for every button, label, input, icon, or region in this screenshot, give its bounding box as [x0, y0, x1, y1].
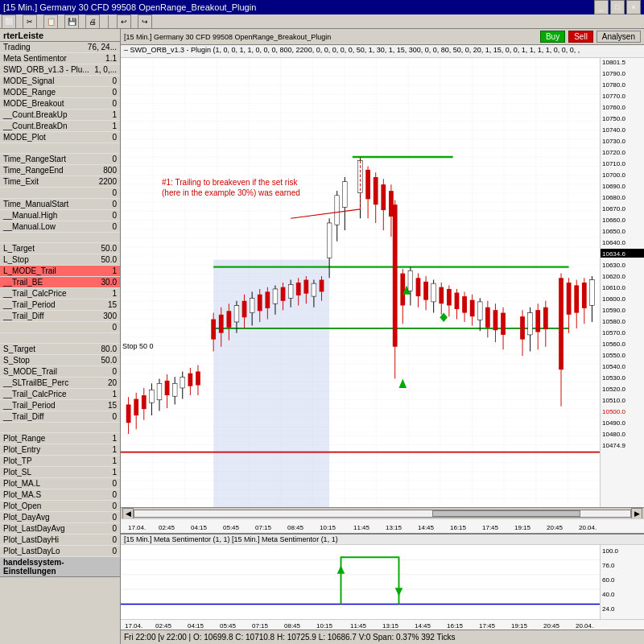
svg-rect-103 — [501, 313, 506, 335]
svg-rect-19 — [172, 383, 177, 396]
svg-rect-73 — [393, 204, 398, 347]
price-axis: 10801.5 10790.0 10780.0 10770.0 10760.0 … — [600, 58, 644, 507]
svg-text:16:15: 16:15 — [447, 622, 464, 630]
maximize-btn[interactable]: □ — [610, 0, 625, 14]
panel-row: Time_ManualStart0 — [0, 199, 120, 210]
svg-rect-57 — [327, 223, 332, 258]
svg-rect-101 — [493, 310, 498, 330]
svg-rect-39 — [258, 295, 262, 311]
sub-chart-header: [15 Min.] Meta Sentimentor (1, 1) [15 Mi… — [121, 535, 644, 545]
svg-rect-111 — [543, 308, 548, 329]
svg-text:10740.0: 10740.0 — [602, 126, 625, 134]
panel-row: 0 — [0, 188, 120, 199]
svg-rect-0 — [121, 58, 600, 507]
svg-text:17:45: 17:45 — [482, 524, 499, 531]
svg-text:10630.0: 10630.0 — [602, 262, 625, 269]
svg-rect-80 — [416, 278, 421, 296]
svg-text:10680.0: 10680.0 — [602, 194, 625, 201]
svg-text:10540.0: 10540.0 — [602, 363, 625, 370]
svg-rect-1 — [213, 260, 329, 507]
svg-rect-29 — [219, 315, 224, 333]
scrollbar-track[interactable] — [134, 510, 631, 518]
panel-row: __Count.BreakDn1 — [0, 121, 120, 132]
svg-text:40.0: 40.0 — [602, 591, 615, 598]
svg-rect-15 — [157, 383, 162, 399]
plugin-bar-text: – SWD_ORB_v1.3 - Plugin (1, 0, 0, 1, 1, … — [124, 46, 580, 54]
svg-text:10801.5: 10801.5 — [602, 59, 625, 66]
panel-row: __Trail_Period15 — [0, 299, 120, 311]
toolbar-icon-6[interactable]: ↩ — [117, 14, 131, 29]
svg-text:10500.0: 10500.0 — [602, 408, 625, 415]
svg-rect-78 — [408, 270, 413, 291]
menu-bar: ⬜ ✂ 📋 💾 🖨 ↩ ↪ — [0, 14, 644, 29]
svg-rect-91 — [455, 293, 460, 309]
price-axis-svg: 10801.5 10790.0 10780.0 10770.0 10760.0 … — [601, 58, 644, 452]
svg-rect-9 — [134, 399, 138, 415]
panel-row: Time_RangeStart0 — [0, 154, 120, 165]
toolbar-icon-2[interactable]: ✂ — [23, 14, 37, 29]
svg-rect-7 — [126, 404, 131, 423]
toolbar-icon-3[interactable]: 📋 — [43, 14, 58, 29]
svg-text:10474.9: 10474.9 — [602, 442, 625, 449]
panel-row: Plot_MA.L0 — [0, 478, 120, 489]
svg-rect-119 — [582, 283, 587, 308]
left-panel-content[interactable]: Trading76, 24...Meta Sentimentor1.1SWD_O… — [0, 42, 120, 644]
toolbar-icon-1[interactable]: ⬜ — [2, 14, 16, 29]
svg-rect-176 — [121, 545, 600, 619]
svg-text:10600.0: 10600.0 — [602, 295, 625, 303]
panel-row: Plot_LastDayAvg0 — [0, 523, 120, 535]
svg-text:100.0: 100.0 — [602, 547, 619, 555]
svg-text:10650.0: 10650.0 — [602, 228, 625, 235]
svg-text:20.04.: 20.04. — [579, 524, 597, 531]
svg-text:16:15: 16:15 — [450, 524, 467, 531]
svg-rect-69 — [381, 184, 386, 210]
chart-canvas[interactable]: #1: Trailing to breakeven if the set ris… — [121, 58, 600, 507]
toolbar-icon-4[interactable]: 💾 — [64, 14, 79, 29]
panel-row — [0, 143, 120, 154]
panel-row: __Trail_Diff0 — [0, 411, 120, 423]
panel-row: __Trail_Period15 — [0, 400, 120, 411]
svg-rect-75 — [400, 274, 405, 306]
svg-text:10550.0: 10550.0 — [602, 352, 625, 359]
sub-chart-title: [15 Min.] Meta Sentimentor (1, 1) — [124, 535, 230, 543]
svg-text:10690.0: 10690.0 — [602, 183, 625, 190]
panel-row: Meta Sentimentor1.1 — [0, 53, 120, 64]
toolbar-icon-7[interactable]: ↪ — [138, 14, 152, 29]
svg-rect-113 — [559, 278, 564, 369]
panel-row: Plot_SL1 — [0, 467, 120, 478]
panel-row: __Trail_CalcPrice1 — [0, 389, 120, 400]
sell-button[interactable]: Sell — [568, 31, 593, 43]
stop-label: Stop 50 0 — [122, 342, 154, 350]
panel-row: MODE_Plot0 — [0, 132, 120, 143]
scrollbar-thumb[interactable] — [432, 510, 581, 517]
svg-text:13:15: 13:15 — [386, 524, 402, 531]
sub-chart-container: [15 Min.] Meta Sentimentor (1, 1) [15 Mi… — [121, 533, 644, 630]
panel-section-header: handelssystem-Einstellungen — [0, 557, 120, 577]
minimize-btn[interactable]: _ — [594, 0, 609, 14]
sub-chart-axis-svg: 100.0 76.0 60.0 40.0 24.0 — [601, 545, 644, 617]
panel-row: __Trail_CalcPrice1 — [0, 288, 120, 299]
close-btn[interactable]: × — [626, 0, 641, 14]
svg-rect-84 — [431, 283, 436, 302]
svg-text:10640.0: 10640.0 — [602, 239, 625, 246]
buy-button[interactable]: Buy — [540, 31, 565, 43]
analyse-button[interactable]: Analysen — [597, 31, 641, 43]
panel-row: Plot_LastDayHi0 — [0, 535, 120, 546]
svg-text:20:45: 20:45 — [547, 524, 564, 531]
title-bar: [15 Min.] Germany 30 CFD 99508 OpenRange… — [0, 0, 644, 14]
horizontal-scrollbar[interactable]: ◀ ▶ — [121, 507, 644, 518]
panel-row: Plot_Range1 — [0, 433, 120, 444]
panel-row: __Count.BreakUp1 — [0, 109, 120, 121]
svg-rect-33 — [234, 305, 239, 321]
toolbar-icon-5[interactable]: 🖨 — [85, 14, 100, 29]
svg-text:08:45: 08:45 — [284, 622, 301, 630]
svg-text:07:15: 07:15 — [255, 524, 272, 531]
svg-text:17.04.: 17.04. — [128, 524, 146, 531]
svg-rect-13 — [150, 390, 155, 402]
panel-row: L_Stop50.0 — [0, 254, 120, 266]
scroll-left-btn[interactable]: ◀ — [122, 508, 134, 519]
scroll-right-btn[interactable]: ▶ — [631, 508, 642, 519]
svg-text:10580.0: 10580.0 — [602, 318, 625, 325]
svg-text:04:15: 04:15 — [191, 524, 208, 531]
svg-text:10790.0: 10790.0 — [602, 70, 625, 77]
